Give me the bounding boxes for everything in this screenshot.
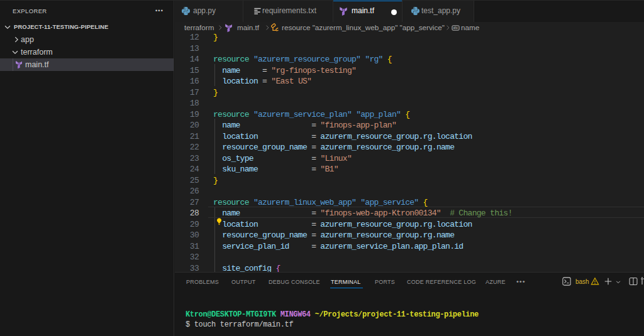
svg-text:abc: abc bbox=[453, 26, 458, 30]
